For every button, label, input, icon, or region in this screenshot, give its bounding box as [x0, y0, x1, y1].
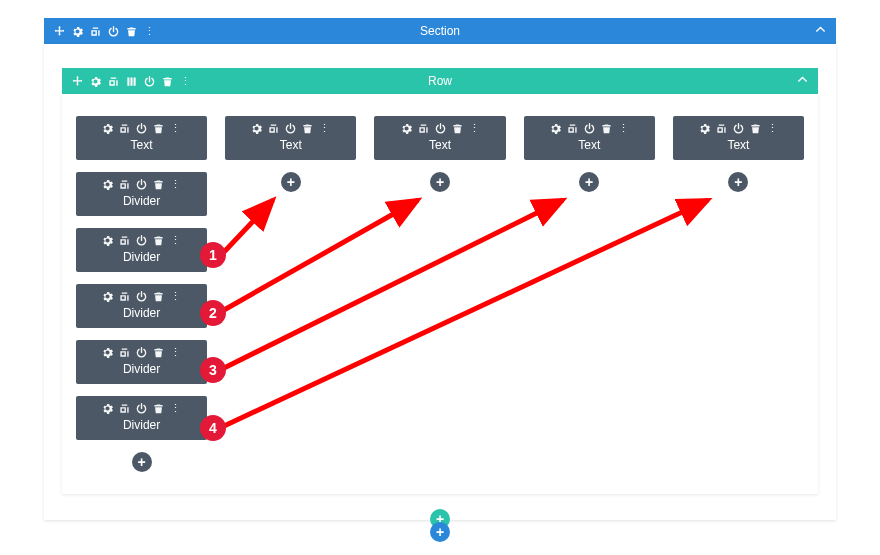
gear-icon[interactable]: [699, 123, 710, 135]
callout-3: 3: [200, 357, 226, 383]
module-text[interactable]: Text: [374, 116, 505, 160]
plus-icon: +: [436, 175, 444, 189]
add-module-button[interactable]: +: [132, 452, 152, 472]
gear-icon[interactable]: [102, 291, 113, 303]
column: Text+: [374, 116, 505, 472]
more-icon[interactable]: [767, 122, 778, 135]
module-text[interactable]: Text: [76, 116, 207, 160]
module-label: Text: [76, 138, 207, 152]
duplicate-icon[interactable]: [119, 403, 130, 415]
trash-icon[interactable]: [126, 24, 137, 38]
more-icon[interactable]: [170, 402, 181, 415]
trash-icon[interactable]: [153, 291, 164, 303]
section-title: Section: [44, 24, 836, 38]
trash-icon[interactable]: [452, 123, 463, 135]
chevron-up-icon: [815, 24, 826, 35]
more-icon[interactable]: [144, 24, 155, 38]
gear-icon[interactable]: [90, 74, 101, 88]
columns-icon[interactable]: [126, 74, 137, 88]
power-icon[interactable]: [144, 74, 155, 88]
collapse-row-button[interactable]: [797, 74, 808, 88]
more-icon[interactable]: [469, 122, 480, 135]
gear-icon[interactable]: [102, 179, 113, 191]
module-divider[interactable]: Divider: [76, 284, 207, 328]
column: Text+: [225, 116, 356, 472]
more-icon[interactable]: [170, 122, 181, 135]
chevron-up-icon: [797, 74, 808, 85]
gear-icon[interactable]: [102, 235, 113, 247]
trash-icon[interactable]: [162, 74, 173, 88]
module-divider[interactable]: Divider: [76, 228, 207, 272]
module-label: Divider: [76, 306, 207, 320]
more-icon[interactable]: [170, 290, 181, 303]
more-icon[interactable]: [170, 234, 181, 247]
duplicate-icon[interactable]: [418, 123, 429, 135]
trash-icon[interactable]: [153, 235, 164, 247]
trash-icon[interactable]: [302, 123, 313, 135]
more-icon[interactable]: [170, 346, 181, 359]
power-icon[interactable]: [136, 123, 147, 135]
gear-icon[interactable]: [102, 347, 113, 359]
module-divider[interactable]: Divider: [76, 172, 207, 216]
trash-icon[interactable]: [153, 123, 164, 135]
gear-icon[interactable]: [550, 123, 561, 135]
trash-icon[interactable]: [153, 403, 164, 415]
more-icon[interactable]: [180, 74, 191, 88]
module-label: Divider: [76, 250, 207, 264]
power-icon[interactable]: [435, 123, 446, 135]
duplicate-icon[interactable]: [119, 291, 130, 303]
power-icon[interactable]: [136, 291, 147, 303]
power-icon[interactable]: [733, 123, 744, 135]
callout-4: 4: [200, 415, 226, 441]
gear-icon[interactable]: [251, 123, 262, 135]
collapse-section-button[interactable]: [815, 24, 826, 38]
more-icon[interactable]: [170, 178, 181, 191]
more-icon[interactable]: [618, 122, 629, 135]
module-label: Divider: [76, 418, 207, 432]
gear-icon[interactable]: [401, 123, 412, 135]
module-label: Text: [374, 138, 505, 152]
gear-icon[interactable]: [102, 403, 113, 415]
module-label: Divider: [76, 362, 207, 376]
duplicate-icon[interactable]: [567, 123, 578, 135]
power-icon[interactable]: [285, 123, 296, 135]
module-divider[interactable]: Divider: [76, 396, 207, 440]
trash-icon[interactable]: [750, 123, 761, 135]
callout-1: 1: [200, 242, 226, 268]
duplicate-icon[interactable]: [108, 74, 119, 88]
power-icon[interactable]: [584, 123, 595, 135]
add-section-button[interactable]: +: [430, 522, 450, 542]
trash-icon[interactable]: [153, 179, 164, 191]
plus-icon: +: [585, 175, 593, 189]
column: TextDividerDividerDividerDividerDivider+: [76, 116, 207, 472]
power-icon[interactable]: [136, 235, 147, 247]
duplicate-icon[interactable]: [119, 123, 130, 135]
trash-icon[interactable]: [601, 123, 612, 135]
power-icon[interactable]: [136, 347, 147, 359]
add-module-button[interactable]: +: [430, 172, 450, 192]
duplicate-icon[interactable]: [119, 347, 130, 359]
duplicate-icon[interactable]: [119, 235, 130, 247]
plus-icon: +: [287, 175, 295, 189]
more-icon[interactable]: [319, 122, 330, 135]
module-text[interactable]: Text: [673, 116, 804, 160]
power-icon[interactable]: [136, 403, 147, 415]
duplicate-icon[interactable]: [90, 24, 101, 38]
add-module-button[interactable]: +: [579, 172, 599, 192]
power-icon[interactable]: [136, 179, 147, 191]
power-icon[interactable]: [108, 24, 119, 38]
add-module-button[interactable]: +: [728, 172, 748, 192]
move-icon[interactable]: [54, 24, 65, 38]
module-label: Text: [673, 138, 804, 152]
duplicate-icon[interactable]: [268, 123, 279, 135]
trash-icon[interactable]: [153, 347, 164, 359]
duplicate-icon[interactable]: [716, 123, 727, 135]
gear-icon[interactable]: [102, 123, 113, 135]
module-divider[interactable]: Divider: [76, 340, 207, 384]
add-module-button[interactable]: +: [281, 172, 301, 192]
duplicate-icon[interactable]: [119, 179, 130, 191]
gear-icon[interactable]: [72, 24, 83, 38]
module-text[interactable]: Text: [225, 116, 356, 160]
move-icon[interactable]: [72, 74, 83, 88]
module-text[interactable]: Text: [524, 116, 655, 160]
